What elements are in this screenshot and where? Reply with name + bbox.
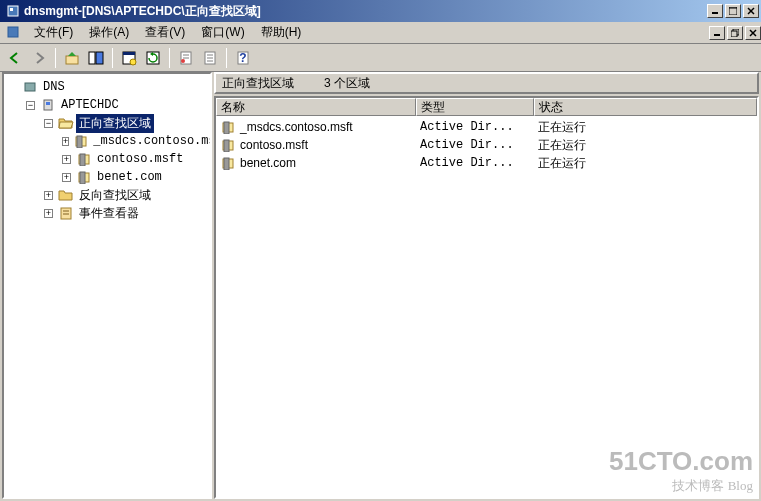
svg-point-18 — [130, 59, 136, 65]
zone-icon — [76, 152, 92, 166]
maximize-button[interactable] — [725, 4, 741, 18]
svg-rect-13 — [66, 56, 78, 64]
folder-open-icon — [58, 116, 74, 130]
menu-action[interactable]: 操作(A) — [81, 22, 137, 43]
menu-view[interactable]: 查看(V) — [137, 22, 193, 43]
show-hide-button[interactable] — [85, 47, 107, 69]
list-row[interactable]: benet.com Active Dir... 正在运行 — [216, 154, 757, 172]
zone-icon — [220, 138, 236, 152]
menu-window[interactable]: 窗口(W) — [193, 22, 252, 43]
tree-root[interactable]: DNS — [8, 78, 206, 96]
col-type[interactable]: 类型 — [416, 98, 534, 116]
folder-icon — [58, 188, 74, 202]
fwd-button[interactable] — [28, 47, 50, 69]
tree-server[interactable]: − APTECHDC — [26, 96, 206, 114]
list-button[interactable] — [199, 47, 221, 69]
mdi-restore-button[interactable] — [727, 26, 743, 40]
server-icon — [40, 98, 56, 112]
svg-rect-36 — [80, 154, 85, 166]
col-status[interactable]: 状态 — [534, 98, 757, 116]
pane-title: 正向查找区域 — [222, 75, 294, 92]
app-icon — [5, 3, 21, 19]
tree-zone-1[interactable]: + _msdcs.contoso.msft — [62, 132, 206, 150]
new-window-button[interactable] — [118, 47, 140, 69]
svg-point-23 — [181, 59, 185, 63]
list-pane[interactable]: 名称 类型 状态 _msdcs.contoso.msft Active Dir.… — [214, 96, 759, 499]
help-button[interactable]: ? — [232, 47, 254, 69]
toolbar: ? — [0, 44, 761, 72]
col-name[interactable]: 名称 — [216, 98, 416, 116]
refresh-button[interactable] — [142, 47, 164, 69]
svg-rect-1 — [10, 8, 13, 11]
svg-rect-30 — [25, 83, 35, 91]
event-icon — [58, 206, 74, 220]
menubar: 文件(F) 操作(A) 查看(V) 窗口(W) 帮助(H) — [0, 22, 761, 44]
up-button[interactable] — [61, 47, 83, 69]
pane-count: 3 个区域 — [324, 75, 370, 92]
pane-header: 正向查找区域 3 个区域 — [214, 72, 759, 94]
tree-rev-zone[interactable]: + 反向查找区域 — [44, 186, 206, 204]
mdi-icon — [6, 25, 22, 41]
title-app: dnsmgmt — [24, 4, 78, 18]
tree-zone-3[interactable]: + benet.com — [62, 168, 206, 186]
svg-rect-38 — [80, 172, 85, 184]
expand-icon[interactable]: + — [62, 137, 69, 146]
back-button[interactable] — [4, 47, 26, 69]
expand-icon[interactable]: + — [62, 155, 71, 164]
svg-rect-15 — [96, 52, 103, 64]
svg-rect-47 — [224, 158, 229, 170]
titlebar: dnsmgmt - [DNS\APTECHDC\正向查找区域] — [0, 0, 761, 22]
zone-icon — [220, 120, 236, 134]
properties-button[interactable] — [175, 47, 197, 69]
svg-rect-17 — [123, 52, 135, 55]
title-doc: [DNS\APTECHDC\正向查找区域] — [82, 3, 261, 20]
expand-icon[interactable]: + — [62, 173, 71, 182]
close-button[interactable] — [743, 4, 759, 18]
svg-rect-32 — [46, 102, 50, 105]
list-row[interactable]: _msdcs.contoso.msft Active Dir... 正在运行 — [216, 118, 757, 136]
expand-icon[interactable]: + — [44, 191, 53, 200]
tree-event-viewer[interactable]: + 事件查看器 — [44, 204, 206, 222]
svg-rect-34 — [77, 136, 82, 148]
dns-icon — [22, 80, 38, 94]
content: DNS − APTECHDC − — [0, 72, 761, 501]
collapse-icon[interactable]: − — [26, 101, 35, 110]
collapse-icon[interactable]: − — [44, 119, 53, 128]
menu-file[interactable]: 文件(F) — [26, 22, 81, 43]
column-headers: 名称 类型 状态 — [216, 98, 757, 116]
svg-rect-10 — [731, 31, 737, 37]
expand-icon[interactable]: + — [44, 209, 53, 218]
mdi-minimize-button[interactable] — [709, 26, 725, 40]
mdi-close-button[interactable] — [745, 26, 761, 40]
zone-icon — [74, 134, 88, 148]
minimize-button[interactable] — [707, 4, 723, 18]
zone-icon — [76, 170, 92, 184]
svg-rect-7 — [8, 27, 18, 37]
menu-help[interactable]: 帮助(H) — [253, 22, 310, 43]
tree-fwd-zone[interactable]: − 正向查找区域 — [44, 114, 206, 132]
svg-rect-43 — [224, 122, 229, 134]
svg-rect-14 — [89, 52, 95, 64]
svg-rect-45 — [224, 140, 229, 152]
tree-zone-2[interactable]: + contoso.msft — [62, 150, 206, 168]
svg-text:?: ? — [239, 51, 246, 65]
list-row[interactable]: contoso.msft Active Dir... 正在运行 — [216, 136, 757, 154]
right-pane: 正向查找区域 3 个区域 名称 类型 状态 _msdcs.contoso.msf… — [214, 72, 759, 499]
tree-pane[interactable]: DNS − APTECHDC − — [2, 72, 212, 499]
zone-icon — [220, 156, 236, 170]
